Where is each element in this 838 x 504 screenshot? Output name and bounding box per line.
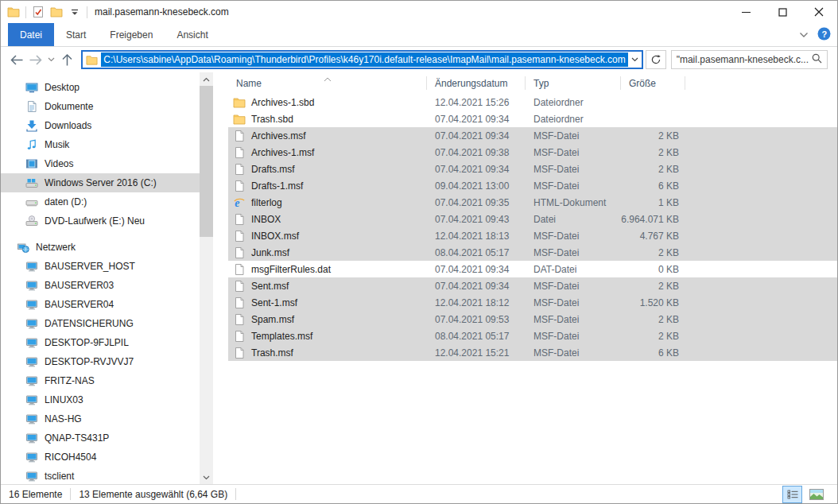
qat-dropdown-icon[interactable] [68,6,81,18]
sidebar-item[interactable]: Dokumente [1,97,200,116]
file-name: msgFilterRules.dat [251,264,331,275]
scroll-down-icon[interactable] [200,471,213,484]
file-type: Datei [526,214,621,225]
sidebar-item[interactable]: daten (D:) [1,192,200,211]
recent-locations-chevron-icon[interactable] [45,49,57,70]
file-row[interactable]: Templates.msf 08.04.2021 05:17 MSF-Datei… [228,328,837,344]
column-header-size[interactable]: Größe [621,72,685,94]
sidebar-item[interactable]: DATENSICHERUNG [1,314,200,333]
file-row[interactable]: Sent-1.msf 12.04.2021 18:12 MSF-Datei 1.… [228,294,837,311]
desktop-icon [25,81,38,94]
file-row[interactable]: Junk.msf 08.04.2021 05:17 MSF-Datei 2 KB [228,244,837,261]
file-row[interactable]: Sent.msf 07.04.2021 09:34 MSF-Datei 2 KB [228,277,837,294]
details-view-button[interactable] [782,486,802,503]
column-header-type[interactable]: Typ [526,72,621,94]
column-header-name[interactable]: Name [228,72,427,94]
file-size: 2 KB [621,247,685,258]
file-size: 2 KB [621,164,685,175]
sidebar-item[interactable]: NAS-HG [1,409,200,428]
up-icon[interactable] [57,49,76,70]
search-icon[interactable] [812,53,822,66]
sidebar-item[interactable]: BAUSERVER03 [1,276,200,295]
sidebar-item-label: Downloads [45,120,91,131]
address-path-text[interactable]: C:\Users\sabine\AppData\Roaming\Thunderb… [101,52,627,67]
sidebar-item[interactable]: Downloads [1,116,200,135]
address-input[interactable]: C:\Users\sabine\AppData\Roaming\Thunderb… [81,50,642,69]
sidebar-scrollbar[interactable] [200,72,213,484]
forward-icon[interactable] [26,49,45,70]
new-folder-icon[interactable] [50,6,63,18]
sidebar-item[interactable]: Windows Server 2016 (C:) [1,173,200,192]
sidebar-item[interactable]: QNAP-TS431P [1,428,200,448]
file-type: Dateiordner [526,97,621,108]
file-date: 12.04.2021 15:21 [427,347,526,359]
file-row[interactable]: INBOX 07.04.2021 09:43 Datei 6.964.071 K… [228,211,837,227]
file-type: MSF-Datei [526,231,621,242]
sidebar-item[interactable]: RICOH4504 [1,448,200,467]
file-date: 12.04.2021 18:13 [427,231,526,242]
refresh-icon[interactable] [646,50,666,69]
column-header-date[interactable]: Änderungsdatum [427,72,526,94]
minimize-button[interactable] [727,1,764,23]
items-count: 16 Elemente [9,489,62,500]
file-date: 07.04.2021 09:38 [427,147,526,158]
file-size: 2 KB [621,281,685,292]
sidebar-item[interactable]: BAUSERVER04 [1,295,200,314]
file-name: INBOX [251,214,281,225]
sidebar-item-label: RICOH4504 [45,452,96,463]
ribbon-tab[interactable]: Freigeben [98,23,165,46]
file-date: 07.04.2021 09:53 [427,314,526,325]
back-icon[interactable] [7,49,26,70]
search-query-text: "mail.pasemann-knesebeck.c... [677,54,812,65]
address-dropdown-chevron-icon[interactable] [628,57,642,62]
file-row[interactable]: Trash.msf 12.04.2021 15:21 MSF-Datei 6 K… [228,344,837,361]
search-input[interactable]: "mail.pasemann-knesebeck.c... [671,50,828,69]
scroll-up-icon[interactable] [200,72,213,86]
sidebar-item[interactable]: Musik [1,135,200,154]
maximize-button[interactable] [764,1,801,23]
file-name: Archives-1.msf [251,147,314,158]
separator [25,6,26,18]
sidebar-item[interactable]: FRITZ-NAS [1,371,200,390]
help-icon[interactable]: ? [817,27,831,43]
computer-icon [25,279,38,292]
expand-ribbon-chevron-icon[interactable] [799,29,809,41]
file-row[interactable]: INBOX.msf 12.04.2021 18:13 MSF-Datei 4.7… [228,227,837,244]
sidebar-item[interactable]: DESKTOP-RVJVVJ7 [1,352,200,371]
file-row[interactable]: efilterlog 07.04.2021 09:35 HTML-Dokumen… [228,194,837,211]
properties-check-icon[interactable] [32,6,45,18]
file-name: Trash.sbd [251,114,293,125]
sidebar-item-label: Musik [45,139,69,150]
close-button[interactable] [801,1,837,23]
network-icon [17,241,29,254]
file-size: 6 KB [621,347,685,359]
sidebar-item-label: DESKTOP-9FJLPIL [45,337,129,348]
ribbon-tab[interactable]: Datei [8,23,54,46]
thumbnails-view-button[interactable] [806,486,826,503]
file-row[interactable]: Archives.msf 07.04.2021 09:34 MSF-Datei … [228,127,837,144]
sidebar-item[interactable]: tsclient [1,467,200,484]
file-date: 07.04.2021 09:34 [427,130,526,142]
file-row[interactable]: Drafts-1.msf 09.04.2021 13:00 MSF-Datei … [228,177,837,194]
computer-icon [25,317,38,330]
file-row[interactable]: Archives-1.sbd 12.04.2021 15:26 Dateiord… [228,94,837,110]
explorer-app-icon[interactable] [7,6,20,18]
file-row[interactable]: Spam.msf 07.04.2021 09:53 MSF-Datei 2 KB [228,311,837,328]
ribbon-tab[interactable]: Ansicht [165,23,219,46]
scrollbar-thumb[interactable] [200,86,213,237]
sidebar-item[interactable]: Videos [1,154,200,173]
file-type: DAT-Datei [526,264,621,275]
sidebar-item[interactable]: Desktop [1,78,200,97]
sidebar-item[interactable]: BAUSERVER_HOST [1,257,200,276]
file-row[interactable]: Drafts.msf 07.04.2021 09:34 MSF-Datei 2 … [228,161,837,177]
file-row[interactable]: Archives-1.msf 07.04.2021 09:38 MSF-Date… [228,144,837,161]
sidebar-item[interactable]: Netzwerk [1,238,200,257]
file-icon [233,297,246,309]
file-row[interactable]: Trash.sbd 07.04.2021 09:34 Dateiordner [228,110,837,127]
sidebar-item[interactable]: DVD-Laufwerk (E:) Neu [1,211,200,231]
file-row[interactable]: msgFilterRules.dat 07.04.2021 09:34 DAT-… [228,261,837,277]
ribbon-tabs: DateiStartFreigebenAnsicht [8,23,220,46]
sidebar-item[interactable]: DESKTOP-9FJLPIL [1,333,200,352]
ribbon-tab[interactable]: Start [54,23,98,46]
sidebar-item[interactable]: LINUX03 [1,390,200,409]
